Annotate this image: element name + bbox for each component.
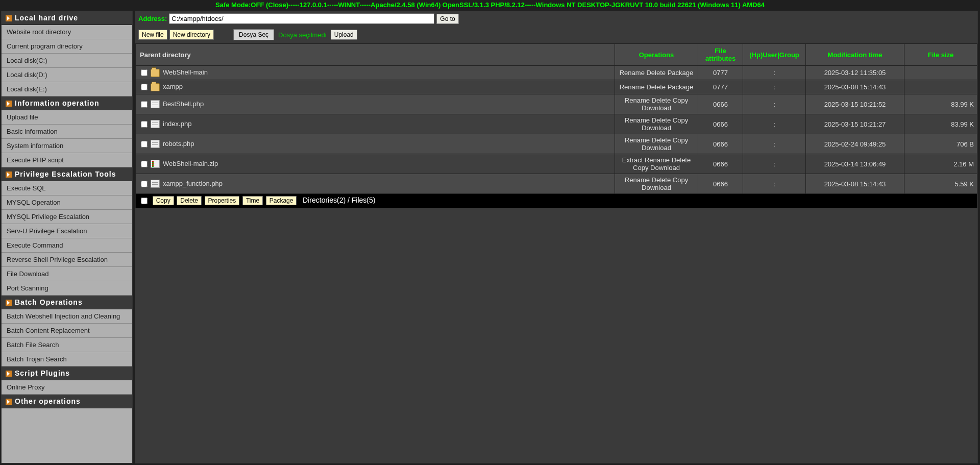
- file-size: 706 B: [904, 134, 977, 154]
- file-name[interactable]: index.php: [163, 119, 191, 127]
- footer-delete-button[interactable]: Delete: [177, 196, 202, 205]
- user-group: :: [743, 154, 806, 174]
- sidebar-item[interactable]: Reverse Shell Privilege Escalation: [2, 253, 132, 267]
- op-delete[interactable]: Delete: [672, 156, 691, 164]
- sidebar-item[interactable]: Current program directory: [2, 39, 132, 54]
- row-checkbox[interactable]: [141, 161, 148, 167]
- file-attributes: 0777: [698, 66, 743, 80]
- folder-icon: [151, 69, 160, 77]
- op-delete[interactable]: Delete: [646, 69, 667, 77]
- op-rename[interactable]: Rename: [620, 69, 647, 77]
- col-parent-directory[interactable]: Parent directory: [136, 44, 615, 66]
- sidebar-item[interactable]: Online Proxy: [2, 380, 132, 395]
- file-name[interactable]: BestShell.php: [163, 100, 204, 107]
- op-extract[interactable]: Extract: [622, 156, 645, 164]
- op-download[interactable]: Download: [642, 184, 671, 191]
- upload-button[interactable]: Upload: [331, 30, 357, 40]
- sidebar-item[interactable]: Local disk(D:): [2, 68, 132, 82]
- op-delete[interactable]: Delete: [652, 116, 673, 124]
- row-checkbox[interactable]: [141, 121, 148, 128]
- sidebar-item[interactable]: MYSQL Privilege Escalation: [2, 210, 132, 224]
- op-rename[interactable]: Rename: [620, 83, 647, 91]
- sidebar-item[interactable]: Batch File Search: [2, 338, 132, 352]
- op-rename[interactable]: Rename: [645, 156, 672, 164]
- op-copy[interactable]: Copy: [673, 136, 688, 144]
- sidebar-item[interactable]: Upload file: [2, 110, 132, 125]
- main-panel: Address: Go to New file New directory Do…: [135, 11, 978, 463]
- mod-time: 2025-03-15 10:21:52: [806, 94, 904, 114]
- operations-cell: Rename Delete Copy Download: [615, 94, 698, 114]
- file-name[interactable]: xampp: [163, 83, 183, 90]
- op-download[interactable]: Download: [650, 164, 680, 172]
- sidebar-section-header[interactable]: Privilege Escalation Tools: [2, 167, 132, 181]
- op-delete[interactable]: Delete: [646, 83, 667, 91]
- sidebar-item[interactable]: Basic information: [2, 125, 132, 139]
- sidebar-item[interactable]: File Download: [2, 267, 132, 281]
- op-copy[interactable]: Copy: [673, 96, 688, 104]
- op-copy[interactable]: Copy: [673, 116, 688, 124]
- sidebar-item[interactable]: Website root directory: [2, 25, 132, 39]
- col-user-group: (Hp)User|Group: [743, 44, 806, 66]
- sidebar-section-header[interactable]: Local hard drive: [2, 11, 132, 25]
- row-checkbox[interactable]: [141, 101, 148, 108]
- footer-copy-button[interactable]: Copy: [153, 196, 174, 205]
- sidebar-section-title: Other operations: [15, 397, 81, 405]
- sidebar-item[interactable]: Execute SQL: [2, 181, 132, 195]
- file-icon: [151, 100, 160, 108]
- safe-mode-banner: Safe Mode:OFF (Close)-----127.0.0.1-----…: [0, 0, 980, 10]
- file-name[interactable]: WebShell-main.zip: [163, 159, 218, 167]
- op-copy[interactable]: Copy: [673, 176, 688, 184]
- sidebar-item[interactable]: Serv-U Privilege Escalation: [2, 224, 132, 238]
- sidebar-item[interactable]: Execute PHP script: [2, 153, 132, 167]
- col-file-size: File size: [904, 44, 977, 66]
- row-checkbox[interactable]: [141, 181, 148, 187]
- table-row: WebShell-main.zipExtract Rename Delete C…: [136, 154, 977, 174]
- op-package[interactable]: Package: [668, 69, 694, 77]
- op-rename[interactable]: Rename: [625, 136, 652, 144]
- op-delete[interactable]: Delete: [652, 96, 673, 104]
- footer-package-button[interactable]: Package: [266, 196, 297, 205]
- sidebar-item[interactable]: MYSQL Operation: [2, 195, 132, 210]
- footer-time-button[interactable]: Time: [242, 196, 263, 205]
- op-delete[interactable]: Delete: [652, 136, 673, 144]
- sidebar-item[interactable]: Batch Webshell Injection and Cleaning: [2, 309, 132, 324]
- operations-cell: Rename Delete Copy Download: [615, 114, 698, 134]
- op-package[interactable]: Package: [668, 83, 694, 91]
- op-rename[interactable]: Rename: [625, 96, 652, 104]
- sidebar-item[interactable]: Batch Content Replacement: [2, 324, 132, 338]
- table-row: robots.phpRename Delete Copy Download 06…: [136, 134, 977, 154]
- file-name[interactable]: WebShell-main: [163, 68, 208, 76]
- op-rename[interactable]: Rename: [625, 116, 652, 124]
- new-directory-button[interactable]: New directory: [169, 30, 214, 40]
- op-download[interactable]: Download: [642, 124, 671, 132]
- op-rename[interactable]: Rename: [625, 176, 652, 184]
- file-name[interactable]: robots.php: [163, 139, 194, 147]
- footer-properties-button[interactable]: Properties: [205, 196, 240, 205]
- sidebar-section-header[interactable]: Information operation: [2, 96, 132, 110]
- new-file-button[interactable]: New file: [138, 30, 167, 40]
- sidebar-item[interactable]: System information: [2, 139, 132, 153]
- sidebar-item[interactable]: Execute Command: [2, 238, 132, 253]
- op-download[interactable]: Download: [642, 144, 671, 152]
- row-checkbox[interactable]: [141, 69, 148, 76]
- row-checkbox[interactable]: [141, 84, 148, 90]
- sidebar-section-header[interactable]: Other operations: [2, 395, 132, 408]
- op-download[interactable]: Download: [642, 104, 671, 112]
- sidebar-section-header[interactable]: Script Plugins: [2, 366, 132, 380]
- sidebar-item[interactable]: Batch Trojan Search: [2, 352, 132, 366]
- file-name[interactable]: xampp_function.php: [163, 179, 223, 187]
- go-to-button[interactable]: Go to: [436, 14, 458, 24]
- choose-file-button[interactable]: Dosya Seç: [233, 29, 274, 40]
- file-attributes: 0666: [698, 94, 743, 114]
- op-copy[interactable]: Copy: [633, 164, 650, 172]
- address-input[interactable]: [169, 13, 434, 24]
- op-delete[interactable]: Delete: [652, 176, 673, 184]
- sidebar-item[interactable]: Local disk(C:): [2, 54, 132, 68]
- row-checkbox[interactable]: [141, 141, 148, 148]
- sidebar-item[interactable]: Port Scanning: [2, 281, 132, 296]
- select-all-checkbox[interactable]: [141, 198, 148, 204]
- table-row: WebShell-mainRename Delete Package 0777:…: [136, 66, 977, 80]
- sidebar-section-header[interactable]: Batch Operations: [2, 296, 132, 309]
- address-label: Address:: [138, 15, 167, 22]
- sidebar-item[interactable]: Local disk(E:): [2, 82, 132, 96]
